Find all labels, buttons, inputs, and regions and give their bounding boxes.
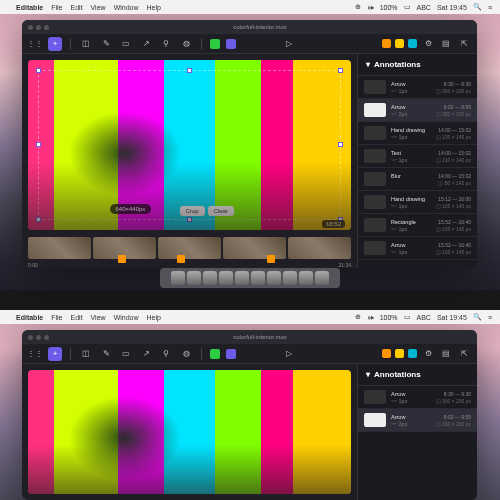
dock-item[interactable]: [171, 271, 185, 285]
app-name[interactable]: Editable: [16, 314, 43, 321]
handle-tr[interactable]: [338, 68, 343, 73]
handle-tm[interactable]: [187, 68, 192, 73]
grid-icon[interactable]: ⋮⋮: [28, 37, 42, 51]
timeline-clip[interactable]: [93, 237, 156, 259]
titlebar[interactable]: colorfull-interior.mov: [22, 20, 477, 34]
app-name[interactable]: Editable: [16, 4, 43, 11]
marker-icon[interactable]: [118, 255, 126, 263]
battery-icon[interactable]: ▭: [404, 3, 411, 11]
layers-icon[interactable]: ▤: [439, 37, 453, 51]
search-icon[interactable]: 🔍: [473, 313, 482, 321]
macos-dock[interactable]: [160, 268, 340, 288]
shape-icon[interactable]: ▭: [119, 37, 133, 51]
dock-item[interactable]: [235, 271, 249, 285]
annotation-item[interactable]: Arrow9:02 — 9:59〰 2px◫ 300 × 200 px: [358, 99, 477, 122]
handle-mr[interactable]: [338, 142, 343, 147]
traffic-lights[interactable]: [28, 335, 49, 340]
menu-help[interactable]: Help: [147, 4, 161, 11]
blur-icon[interactable]: ◍: [179, 37, 193, 51]
notifications-icon[interactable]: ≡: [488, 314, 492, 321]
menu-window[interactable]: Window: [114, 314, 139, 321]
annotation-item[interactable]: Arrow8:30 — 9:30〰 1px◫ 300 × 200 px: [358, 76, 477, 99]
dock-item[interactable]: [299, 271, 313, 285]
dock-item[interactable]: [203, 271, 217, 285]
menu-file[interactable]: File: [51, 314, 62, 321]
dock-item[interactable]: [283, 271, 297, 285]
handle-tl[interactable]: [36, 68, 41, 73]
handle-bl[interactable]: [36, 217, 41, 222]
grid-icon[interactable]: ⋮⋮: [28, 347, 42, 361]
tag-yellow[interactable]: [395, 349, 404, 358]
video-canvas[interactable]: 640×440px Crop Clear 18:52: [28, 60, 351, 230]
wifi-icon[interactable]: ⊕: [355, 313, 361, 321]
arrow-tool-icon[interactable]: ↗: [139, 37, 153, 51]
crop-button[interactable]: Crop: [180, 206, 205, 216]
export-icon[interactable]: ⇱: [457, 37, 471, 51]
dock-item[interactable]: [315, 271, 329, 285]
dock-item[interactable]: [267, 271, 281, 285]
pin-icon[interactable]: ⚲: [159, 347, 173, 361]
titlebar[interactable]: colorfull-interior.mov: [22, 330, 477, 344]
menu-view[interactable]: View: [91, 314, 106, 321]
pencil-icon[interactable]: ✎: [99, 347, 113, 361]
annotation-item[interactable]: Arrow8:30 — 9:30〰 1px◫ 300 × 200 px: [358, 386, 477, 409]
annotation-item[interactable]: Arrow9:02 — 9:59〰 2px◫ 300 × 200 px: [358, 409, 477, 432]
blur-icon[interactable]: ◍: [179, 347, 193, 361]
crop-tool-icon[interactable]: ◫: [79, 347, 93, 361]
volume-icon[interactable]: 🕪: [367, 4, 374, 11]
annotation-item[interactable]: Rectangle15:52 — 16:40〰 1px◫ 105 × 145 p…: [358, 214, 477, 237]
menu-help[interactable]: Help: [147, 314, 161, 321]
timeline-clip[interactable]: [223, 237, 286, 259]
clock[interactable]: Sat 19:45: [437, 4, 467, 11]
shape-icon[interactable]: ▭: [119, 347, 133, 361]
tag-cyan[interactable]: [408, 39, 417, 48]
menu-window[interactable]: Window: [114, 4, 139, 11]
color-swatch-green[interactable]: [210, 349, 220, 359]
wifi-icon[interactable]: ⊕: [355, 3, 361, 11]
input-source[interactable]: ABC: [417, 4, 431, 11]
settings-icon[interactable]: ⚙: [421, 347, 435, 361]
volume-icon[interactable]: 🕪: [367, 314, 374, 321]
battery-icon[interactable]: ▭: [404, 313, 411, 321]
menu-file[interactable]: File: [51, 4, 62, 11]
marker-icon[interactable]: [267, 255, 275, 263]
export-icon[interactable]: ⇱: [457, 347, 471, 361]
tag-orange[interactable]: [382, 39, 391, 48]
annotation-item[interactable]: Text14:00 — 15:02〰 1px◫ 210 × 140 px: [358, 145, 477, 168]
annotation-item[interactable]: Hand drawing14:00 — 15:02〰 1px◫ 105 × 14…: [358, 122, 477, 145]
handle-bm[interactable]: [187, 217, 192, 222]
video-canvas[interactable]: [28, 370, 351, 494]
play-button[interactable]: ▷: [282, 37, 296, 51]
timeline-clip[interactable]: [158, 237, 221, 259]
handle-br[interactable]: [338, 217, 343, 222]
dock-item[interactable]: [219, 271, 233, 285]
chevron-down-icon[interactable]: ▾: [366, 370, 370, 379]
play-button[interactable]: ▷: [282, 347, 296, 361]
crop-tool-icon[interactable]: ◫: [79, 37, 93, 51]
search-icon[interactable]: 🔍: [473, 3, 482, 11]
traffic-lights[interactable]: [28, 25, 49, 30]
layers-icon[interactable]: ▤: [439, 347, 453, 361]
annotation-item[interactable]: Arrow15:52 — 16:40〰 1px◫ 105 × 145 px: [358, 237, 477, 260]
menu-edit[interactable]: Edit: [71, 314, 83, 321]
tag-yellow[interactable]: [395, 39, 404, 48]
dock-item[interactable]: [251, 271, 265, 285]
chevron-down-icon[interactable]: ▾: [366, 60, 370, 69]
clear-button[interactable]: Clear: [208, 206, 234, 216]
input-source[interactable]: ABC: [417, 314, 431, 321]
dock-item[interactable]: [187, 271, 201, 285]
timeline[interactable]: 0:00 21:34: [28, 234, 351, 262]
notifications-icon[interactable]: ≡: [488, 4, 492, 11]
crop-frame[interactable]: [38, 70, 341, 220]
settings-icon[interactable]: ⚙: [421, 37, 435, 51]
pin-icon[interactable]: ⚲: [159, 37, 173, 51]
timeline-clip[interactable]: [288, 237, 351, 259]
annotation-item[interactable]: Blur14:00 — 15:02◫ 80 × 145 px: [358, 168, 477, 191]
menu-view[interactable]: View: [91, 4, 106, 11]
add-button[interactable]: +: [48, 37, 62, 51]
tag-orange[interactable]: [382, 349, 391, 358]
color-swatch-green[interactable]: [210, 39, 220, 49]
color-swatch-purple[interactable]: [226, 349, 236, 359]
handle-ml[interactable]: [36, 142, 41, 147]
marker-icon[interactable]: [177, 255, 185, 263]
